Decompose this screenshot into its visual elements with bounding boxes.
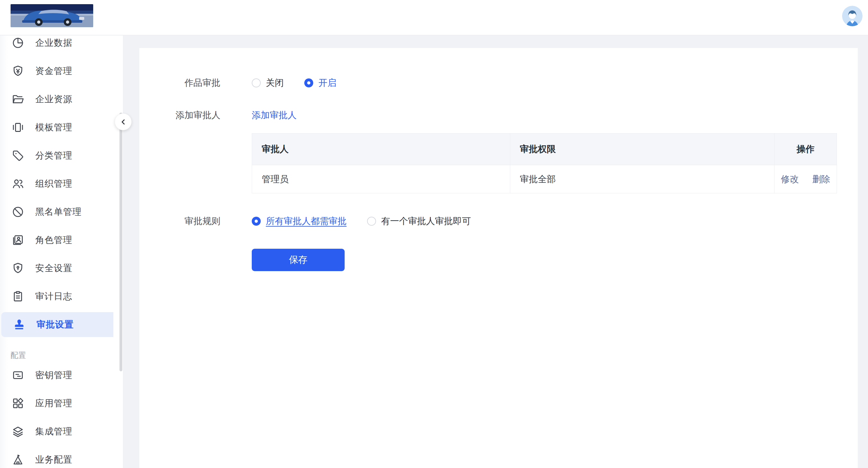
sidebar-item-integration-management[interactable]: 集成管理: [0, 417, 123, 445]
approval-settings-panel: 作品审批 关闭 开启 添加审批人 添加审批人 审批人 审批权限: [139, 48, 858, 468]
sidebar-item-label: 黑名单管理: [35, 206, 82, 218]
radio-off-label: 关闭: [266, 77, 284, 89]
sidebar-item-organization-management[interactable]: 组织管理: [0, 170, 123, 198]
sidebar-item-label: 审批设置: [36, 319, 74, 331]
sidebar-item-enterprise-data[interactable]: 企业数据: [0, 36, 123, 57]
radio-any-icon[interactable]: [367, 217, 376, 226]
radio-option-all-approvers[interactable]: 所有审批人都需审批: [252, 215, 346, 227]
sidebar-item-enterprise-resources[interactable]: 企业资源: [0, 85, 123, 113]
id-badge-icon: [11, 234, 24, 246]
sidebar-item-label: 企业数据: [35, 37, 72, 49]
radio-on-icon[interactable]: [304, 78, 313, 88]
table-header-row: 审批人 审批权限 操作: [252, 133, 837, 165]
sidebar-item-template-management[interactable]: 模板管理: [0, 113, 123, 141]
sidebar-item-audit-log[interactable]: 审计日志: [0, 282, 123, 310]
save-button[interactable]: 保存: [252, 249, 345, 271]
sidebar-item-label: 审计日志: [35, 290, 72, 302]
sidebar-item-label: 安全设置: [35, 262, 72, 274]
app-grid-icon: [11, 397, 24, 410]
sidebar-item-security-settings[interactable]: 安全设置: [0, 254, 123, 282]
table-header-actions: 操作: [774, 133, 837, 165]
user-avatar[interactable]: [842, 6, 863, 26]
radio-all-label: 所有审批人都需审批: [266, 215, 346, 227]
shield-yen-icon: [11, 65, 24, 77]
cell-approver: 管理员: [252, 165, 510, 193]
sidebar-item-role-management[interactable]: 角色管理: [0, 226, 123, 254]
sidebar-item-label: 资金管理: [35, 65, 72, 77]
cell-actions: 修改 删除: [774, 165, 837, 193]
radio-option-on[interactable]: 开启: [304, 77, 336, 89]
work-approval-row: 作品审批 关闭 开启: [139, 73, 858, 93]
sidebar-item-label: 组织管理: [35, 178, 72, 190]
radio-option-any-approver[interactable]: 有一个审批人审批即可: [367, 215, 471, 227]
approver-table: 审批人 审批权限 操作 管理员 审批全部 修改 删除: [252, 133, 837, 193]
radio-all-icon[interactable]: [252, 217, 261, 226]
radio-any-label: 有一个审批人审批即可: [381, 215, 471, 227]
sidebar-item-approval-settings[interactable]: 审批设置: [0, 310, 123, 339]
radio-on-label: 开启: [318, 77, 336, 89]
add-approver-label: 添加审批人: [139, 109, 252, 121]
sitemap-icon: [11, 453, 24, 466]
layers-icon: [11, 425, 24, 438]
stamp-icon: [13, 318, 26, 331]
sidebar-item-label: 模板管理: [35, 121, 72, 133]
table-header-permission: 审批权限: [510, 133, 774, 165]
shield-pin-icon: [11, 262, 24, 275]
table-row: 管理员 审批全部 修改 删除: [252, 165, 837, 193]
add-approver-row: 添加审批人 添加审批人: [139, 106, 858, 125]
add-approver-link[interactable]: 添加审批人: [252, 109, 297, 121]
sidebar-item-label: 集成管理: [35, 426, 72, 438]
sidebar-item-app-management[interactable]: 应用管理: [0, 389, 123, 417]
work-approval-label: 作品审批: [139, 77, 252, 89]
topbar: [0, 0, 868, 35]
edit-link[interactable]: 修改: [781, 173, 799, 185]
sidebar-collapse-button[interactable]: [115, 113, 132, 130]
ban-icon: [11, 205, 24, 218]
sidebar-item-funds-management[interactable]: 资金管理: [0, 57, 123, 85]
key-card-icon: [11, 369, 24, 381]
sidebar-item-label: 业务配置: [35, 454, 72, 466]
folder-open-icon: [11, 93, 24, 106]
sidebar-item-blacklist-management[interactable]: 黑名单管理: [0, 198, 123, 226]
sidebar-scrollbar-thumb[interactable]: [120, 113, 122, 371]
avatar-person-icon: [842, 6, 863, 26]
sidebar-section-config: 配置: [0, 349, 123, 361]
car-photo-icon: [10, 4, 93, 27]
approval-settings-form: 作品审批 关闭 开启 添加审批人 添加审批人 审批人 审批权限: [139, 48, 858, 271]
delete-link[interactable]: 删除: [812, 173, 830, 185]
chevron-left-icon: [119, 118, 127, 126]
pie-chart-icon: [11, 36, 24, 49]
sidebar-menu: 企业数据 资金管理 企业资源 模板管理: [0, 36, 123, 468]
approval-rule-row: 审批规则 所有审批人都需审批 有一个审批人审批即可: [139, 211, 858, 231]
sidebar-item-category-management[interactable]: 分类管理: [0, 141, 123, 170]
sidebar: 企业数据 资金管理 企业资源 模板管理: [0, 36, 123, 468]
app-root: 企业数据 资金管理 企业资源 模板管理: [0, 0, 868, 468]
template-icon: [11, 121, 24, 134]
approval-rule-label: 审批规则: [139, 215, 252, 227]
sidebar-item-label: 密钥管理: [35, 369, 72, 381]
cell-permission: 审批全部: [510, 165, 774, 193]
sidebar-item-label: 应用管理: [35, 397, 72, 409]
clipboard-icon: [11, 290, 24, 303]
radio-option-off[interactable]: 关闭: [252, 77, 284, 89]
tag-icon: [11, 149, 24, 162]
sidebar-item-key-management[interactable]: 密钥管理: [0, 361, 123, 389]
sidebar-item-label: 分类管理: [35, 149, 72, 162]
sidebar-item-label: 企业资源: [35, 93, 72, 105]
brand-logo[interactable]: [10, 4, 93, 27]
radio-off-icon[interactable]: [252, 78, 261, 88]
sidebar-item-label: 角色管理: [35, 234, 72, 246]
sidebar-item-business-config[interactable]: 业务配置: [0, 445, 123, 468]
table-header-approver: 审批人: [252, 133, 510, 165]
users-icon: [11, 177, 24, 190]
